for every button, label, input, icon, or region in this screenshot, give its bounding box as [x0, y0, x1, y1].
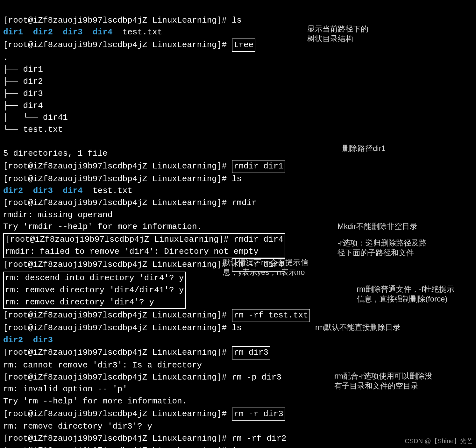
ls-entry: dir2	[3, 186, 23, 196]
command-rm-r-dir3-boxed: rm -r dir3	[232, 408, 285, 421]
annotation-tree: 显示当前路径下的 树状目录结构	[307, 24, 368, 44]
annotation-rm-f: rm删除普通文件，-f杜绝提示 信息，直接强制删除(force)	[357, 284, 454, 304]
ls-entry: dir4	[63, 186, 82, 196]
prompt: [root@iZf8zauoji9b97lscdbp4jZ LinuxLearn…	[3, 198, 232, 208]
command-rm-rf-test-boxed: rm -rf test.txt	[232, 309, 310, 322]
error-line: rm: invalid option -- 'p'	[3, 384, 127, 394]
rmdir-dir4-boxed: [root@iZf8zauoji9b97lscdbp4jZ LinuxLearn…	[3, 233, 285, 258]
ls-entry: dir3	[63, 27, 82, 37]
tree-line: └── test.txt	[3, 125, 63, 134]
rm-prompt-line: rm: remove directory 'dir3'? y	[3, 422, 152, 431]
prompt: [root@iZf8zauoji9b97lscdbp4jZ LinuxLearn…	[3, 323, 232, 333]
prompt: [root@iZf8zauoji9b97lscdbp4jZ LinuxLearn…	[3, 260, 232, 269]
tree-summary: 5 directories, 1 file	[3, 149, 108, 158]
prompt: [root@iZf8zauoji9b97lscdbp4jZ LinuxLearn…	[3, 446, 232, 448]
tree-line: ├── dir1	[3, 65, 43, 74]
annotation-rm-r-empty: rm配合-r选项使用可以删除没 有子目录和文件的空目录	[334, 371, 432, 391]
watermark: CSDN @【Shine】光芒	[405, 437, 473, 445]
tree-line: ├── dir3	[3, 89, 43, 98]
annotation-rm-nodir: rm默认不能直接删除目录	[315, 322, 401, 332]
annotation-rm-prompt: 默认情况下rm会有提示信 息，y表示yes，n表示no	[223, 257, 308, 277]
tree-line: ├── dir4	[3, 101, 43, 110]
annotation-rmdir-dir1: 删除路径dir1	[342, 143, 386, 153]
command-rm-rf-dir2: rm -rf dir2	[232, 434, 287, 443]
prompt: [root@iZf8zauoji9b97lscdbp4jZ LinuxLearn…	[3, 16, 232, 25]
ls-entry: test.txt	[123, 27, 162, 37]
prompt: [root@iZf8zauoji9b97lscdbp4jZ LinuxLearn…	[3, 434, 232, 443]
command-ls: ls	[232, 16, 242, 25]
prompt: [root@iZf8zauoji9b97lscdbp4jZ LinuxLearn…	[3, 40, 232, 50]
ls-entry: dir2	[3, 335, 23, 345]
error-line: rm: cannot remove 'dir3': Is a directory	[3, 360, 202, 370]
prompt: [root@iZf8zauoji9b97lscdbp4jZ LinuxLearn…	[3, 161, 232, 171]
ls-entry: test.txt	[93, 186, 132, 196]
ls-entry: dir3	[33, 186, 53, 196]
error-line: Try 'rmdir --help' for more information.	[3, 222, 202, 231]
prompt: [root@iZf8zauoji9b97lscdbp4jZ LinuxLearn…	[3, 373, 232, 382]
ls-entry: dir1	[3, 27, 23, 37]
command-ls: ls	[232, 446, 242, 448]
prompt: [root@iZf8zauoji9b97lscdbp4jZ LinuxLearn…	[3, 174, 232, 184]
command-ls: ls	[232, 323, 242, 333]
command-rmdir-dir1-boxed: rmdir dir1	[232, 160, 285, 173]
ls-entry: dir2	[33, 27, 53, 37]
command-tree-boxed: tree	[232, 39, 255, 52]
annotation-r-option: -r选项：递归删除路径及路 径下面的子路径和文件	[337, 238, 427, 258]
tree-line: .	[3, 53, 8, 62]
ls-entry: dir4	[93, 27, 112, 37]
command-rmdir: rmdir	[232, 198, 257, 208]
tree-line: ├── dir2	[3, 77, 43, 86]
prompt: [root@iZf8zauoji9b97lscdbp4jZ LinuxLearn…	[3, 409, 232, 419]
error-line: Try 'rm --help' for more information.	[3, 396, 187, 406]
prompt: [root@iZf8zauoji9b97lscdbp4jZ LinuxLearn…	[3, 310, 232, 320]
rm-prompts-boxed: rm: descend into directory 'dir4'? y rm:…	[3, 272, 186, 309]
command-ls: ls	[232, 174, 242, 184]
prompt: [root@iZf8zauoji9b97lscdbp4jZ LinuxLearn…	[3, 348, 232, 357]
command-rm-p-dir3: rm -p dir3	[232, 373, 281, 382]
error-line: rmdir: missing operand	[3, 210, 112, 220]
annotation-mkdir-nonempty: Mkdir不能删除非空目录	[337, 221, 417, 231]
tree-line: │ └── dir41	[3, 113, 68, 122]
command-rm-dir3-boxed: rm dir3	[232, 346, 270, 359]
ls-entry: dir3	[33, 335, 53, 345]
